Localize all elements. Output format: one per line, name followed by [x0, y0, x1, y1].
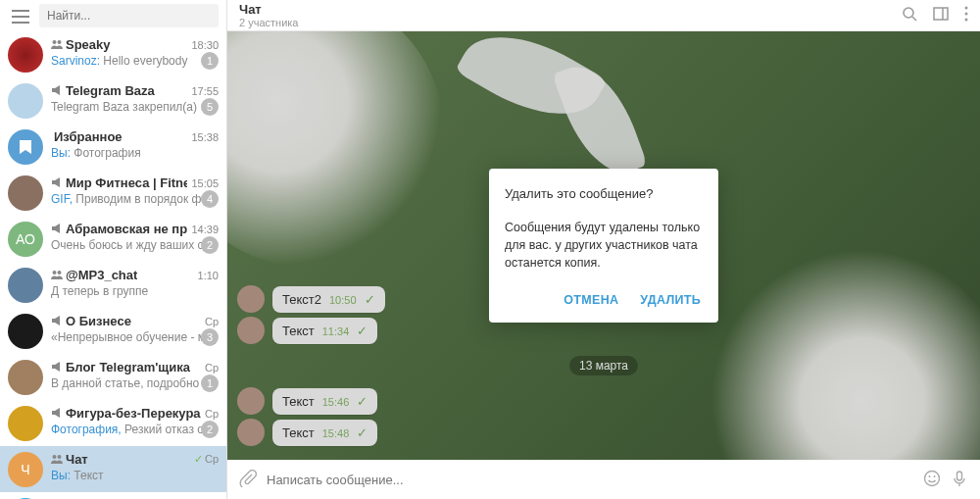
chat-time: Ср: [205, 362, 219, 374]
chat-list-item[interactable]: АОАбрамовская не про обра…14:39Очень бою…: [0, 216, 226, 262]
svg-point-1: [58, 40, 62, 44]
svg-point-2: [53, 271, 57, 274]
svg-point-11: [925, 471, 940, 485]
delete-dialog: Удалить это сообщение? Сообщения будут у…: [489, 169, 718, 323]
chat-avatar: [8, 37, 43, 73]
chat-time: 15:38: [191, 131, 219, 143]
chat-time: Ср: [205, 408, 219, 420]
chat-name: Мир Фитнеса | FitnessRU: [51, 175, 187, 190]
chat-time: 18:30: [191, 39, 219, 51]
chat-list-item[interactable]: ЧЧат✓СрВы: Текст: [0, 446, 226, 492]
svg-point-13: [934, 475, 936, 477]
unread-badge: 5: [201, 98, 219, 116]
chat-preview: Фотография, Резкий отказ от сла…: [51, 423, 219, 436]
megaphone-icon: [51, 222, 63, 236]
chat-preview: Вы: Фотография: [51, 146, 219, 160]
delete-button[interactable]: УДАЛИТЬ: [638, 287, 703, 313]
megaphone-icon: [51, 83, 63, 98]
chat-name: Избранное: [51, 129, 122, 144]
svg-point-5: [58, 455, 62, 459]
chat-time: 17:55: [191, 85, 219, 97]
modal-overlay[interactable]: Удалить это сообщение? Сообщения будут у…: [227, 31, 980, 460]
microphone-icon[interactable]: [951, 470, 968, 490]
megaphone-icon: [51, 314, 63, 328]
chat-list-item[interactable]: Избранное15:38Вы: Фотография: [0, 124, 226, 170]
svg-point-0: [53, 40, 57, 44]
chat-avatar: [8, 406, 43, 441]
chat-avatar: [8, 268, 43, 303]
svg-point-4: [53, 455, 57, 459]
chat-list-item[interactable]: Мир Фитнеса | FitnessRU15:05GIF, Приводи…: [0, 170, 226, 216]
chat-name: Блог Telegram'щика: [51, 360, 190, 374]
chat-preview: В данной статье, подробно расс…: [51, 376, 219, 390]
group-icon: [51, 37, 63, 52]
chat-list: Speaky18:30Sarvinoz: Hello everybody1Tel…: [0, 31, 226, 499]
svg-point-12: [929, 475, 931, 477]
chat-time: ✓Ср: [194, 453, 219, 466]
chat-list-item[interactable]: @MP3_chat1:10Д теперь в группе: [0, 262, 226, 308]
cancel-button[interactable]: ОТМЕНА: [562, 287, 620, 313]
unread-badge: 4: [201, 190, 219, 208]
search-input[interactable]: [39, 4, 219, 27]
more-icon[interactable]: [964, 6, 968, 25]
sidebar-header: [0, 0, 226, 31]
chat-title: Чат: [239, 2, 298, 17]
megaphone-icon: [51, 175, 63, 190]
chat-list-item[interactable]: Фигура-без-ПерекураСрФотография, Резкий …: [0, 400, 226, 446]
chat-avatar: [8, 360, 43, 395]
chat-preview: Telegram Baza закрепил(а) «Добр…: [51, 100, 219, 114]
chat-list-item[interactable]: Speaky18:30Sarvinoz: Hello everybody1: [0, 31, 226, 77]
dialog-title: Удалить это сообщение?: [505, 186, 703, 201]
svg-rect-14: [957, 472, 962, 480]
svg-point-9: [965, 13, 968, 16]
chat-header: Чат 2 участника: [227, 0, 980, 31]
chat-name: Фигура-без-Перекура: [51, 406, 201, 421]
dialog-body: Сообщения будут удалены только для вас. …: [505, 219, 703, 272]
svg-rect-7: [934, 8, 948, 20]
hamburger-icon: [12, 10, 29, 24]
chat-avatar: [8, 314, 43, 349]
input-bar: [227, 460, 980, 499]
chat-subtitle: 2 участника: [239, 17, 298, 28]
megaphone-icon: [51, 406, 63, 421]
sidebar: Speaky18:30Sarvinoz: Hello everybody1Tel…: [0, 0, 227, 499]
chat-list-item[interactable]: Telegram Baza17:55Telegram Baza закрепил…: [0, 77, 226, 124]
unread-badge: 2: [201, 421, 219, 438]
svg-point-3: [58, 271, 62, 274]
chat-list-item[interactable]: О БизнесеСр«Непрерывное обучение - мини……: [0, 308, 226, 354]
chat-preview: Sarvinoz: Hello everybody: [51, 54, 219, 68]
read-check-icon: ✓: [194, 453, 203, 465]
menu-button[interactable]: [8, 4, 33, 26]
chat-preview: Очень боюсь и жду ваших совет…: [51, 238, 219, 252]
unread-badge: 1: [201, 52, 219, 70]
chat-list-item[interactable]: Блог Telegram'щикаСрВ данной статье, под…: [0, 354, 226, 400]
megaphone-icon: [51, 360, 63, 374]
chat-avatar: АО: [8, 222, 43, 257]
chat-avatar: [8, 83, 43, 119]
unread-badge: 3: [201, 328, 219, 346]
chat-preview: Д теперь в группе: [51, 284, 219, 298]
chat-preview: Вы: Текст: [51, 469, 219, 482]
chat-name: @MP3_chat: [51, 268, 137, 282]
chat-avatar: [8, 129, 43, 165]
chat-preview: «Непрерывное обучение - мини…: [51, 330, 219, 344]
chat-name: О Бизнесе: [51, 314, 131, 328]
chat-name: Абрамовская не про обра…: [51, 222, 187, 236]
search-icon[interactable]: [902, 6, 917, 25]
chat-time: Ср: [205, 316, 219, 327]
chat-name: Telegram Baza: [51, 83, 155, 98]
group-icon: [51, 452, 63, 467]
unread-badge: 1: [201, 374, 219, 392]
chat-time: 1:10: [198, 270, 219, 281]
sidebar-toggle-icon[interactable]: [933, 6, 949, 25]
chat-background: Текст2 10:50 ✓ Текст 11:34 ✓ 13 марта: [227, 31, 980, 460]
chat-name: Speaky: [51, 37, 111, 52]
chat-list-item[interactable]: Telegram✔: [0, 492, 226, 499]
svg-point-6: [904, 8, 913, 18]
chat-time: 14:39: [191, 224, 219, 235]
attach-icon[interactable]: [239, 470, 257, 490]
emoji-icon[interactable]: [923, 470, 941, 490]
unread-badge: 2: [201, 236, 219, 254]
message-input[interactable]: [267, 473, 913, 487]
chat-preview: GIF, Приводим в порядок фигуру…: [51, 192, 219, 206]
